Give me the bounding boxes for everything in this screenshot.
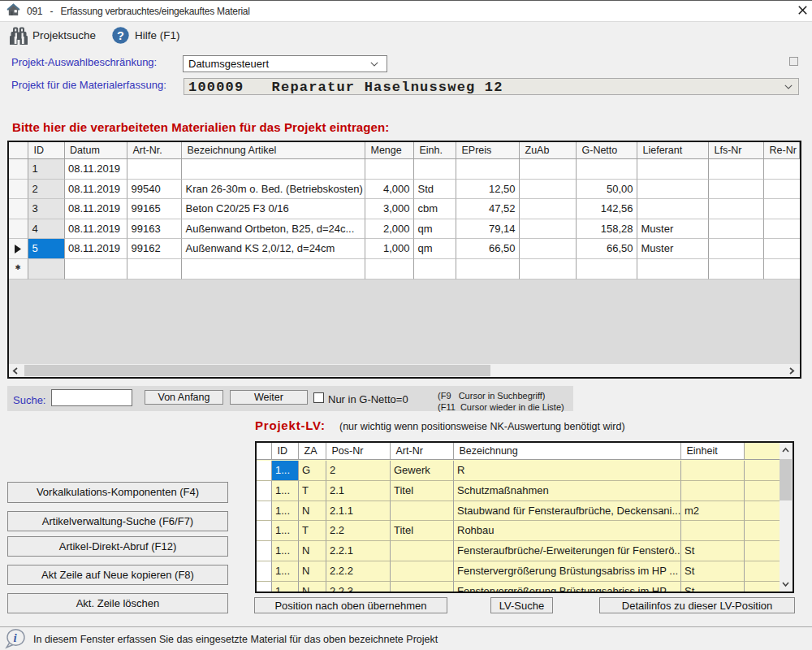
svg-text:?: ? — [117, 29, 124, 42]
svg-text:i: i — [13, 631, 17, 644]
